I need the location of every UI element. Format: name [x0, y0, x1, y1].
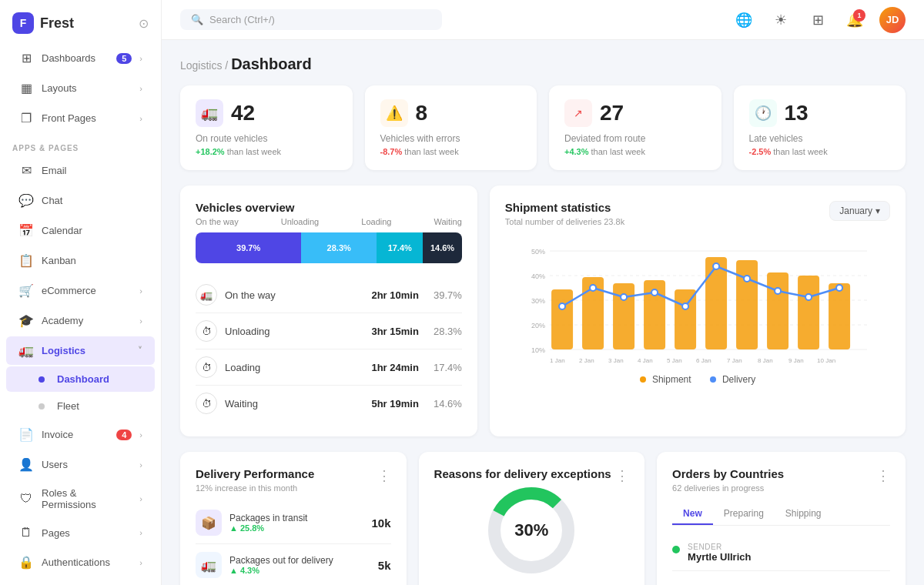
tab-new[interactable]: New — [672, 503, 713, 525]
sidebar-item-users[interactable]: 👤 Users › — [6, 450, 155, 479]
tab-shipping[interactable]: Shipping — [775, 503, 832, 525]
order-row: SENDER Myrtle Ullrich — [672, 535, 890, 571]
sidebar-item-auth[interactable]: 🔒 Authentications › — [6, 548, 155, 577]
sidebar-label: Academy — [42, 315, 132, 326]
svg-text:2 Jan: 2 Jan — [579, 357, 594, 364]
more-options-icon[interactable]: ⋮ — [876, 467, 890, 484]
label-waiting: Waiting — [434, 217, 462, 226]
sidebar-item-dashboard-sub[interactable]: Dashboard — [6, 366, 155, 392]
dp-label: Packages in transit ▲ 25.8% — [229, 513, 372, 533]
chevron-icon: › — [139, 316, 142, 326]
chevron-icon: › — [139, 286, 142, 296]
change-text: than last week — [227, 147, 281, 156]
sidebar-label: Dashboard — [57, 373, 142, 385]
sidebar-label: Invoice — [42, 429, 109, 440]
orders-tabs: New Preparing Shipping — [672, 503, 890, 526]
inactive-dot — [38, 403, 45, 410]
month-selector[interactable]: January ▾ — [829, 201, 890, 221]
svg-text:5 Jan: 5 Jan — [667, 357, 682, 364]
transit-icon-box: 📦 — [196, 510, 222, 536]
sidebar-item-academy[interactable]: 🎓 Academy › — [6, 306, 155, 335]
shipment-dot — [640, 376, 646, 383]
sidebar-item-front-pages[interactable]: ❐ Front Pages › — [6, 104, 155, 132]
late-label: Late vehicles — [749, 133, 891, 144]
svg-point-22 — [621, 294, 627, 300]
chevron-icon: › — [139, 558, 142, 567]
dp-title-group: Delivery Performance 12% increase in thi… — [196, 467, 314, 502]
sidebar-item-layouts[interactable]: ▦ Layouts › — [6, 74, 155, 102]
sidebar-item-email[interactable]: ✉ Email — [6, 156, 155, 185]
month-label: January — [839, 206, 872, 216]
svg-rect-10 — [551, 289, 573, 349]
veh-pct: 14.6% — [431, 398, 462, 410]
chevron-icon: › — [139, 84, 142, 93]
late-icon-box: 🕐 — [749, 99, 777, 127]
search-box[interactable]: 🔍 Search (Ctrl+/) — [180, 9, 442, 30]
veh-name: Loading — [225, 362, 371, 373]
invoice-icon: 📄 — [18, 427, 34, 442]
chevron-icon: ˅ — [138, 346, 142, 356]
delivery-icon-box: 🚛 — [196, 552, 222, 578]
logo-icon: F — [12, 12, 34, 34]
more-options-icon[interactable]: ⋮ — [377, 467, 391, 484]
svg-rect-18 — [798, 276, 819, 349]
change-value: -8.7% — [380, 147, 403, 156]
chart-legend: Shipment Delivery — [505, 374, 890, 385]
sidebar-label: Users — [42, 459, 132, 470]
segment-unloading: 28.3% — [301, 232, 377, 263]
sidebar-label: Pages — [42, 527, 132, 539]
veh-time: 5hr 19min — [371, 398, 418, 410]
transit-change: ▲ 25.8% — [229, 523, 372, 533]
change-value: +18.2% — [196, 147, 225, 156]
sidebar-label: Chat — [42, 195, 142, 206]
dashboards-badge: 5 — [116, 53, 132, 64]
pages-icon: 🗒 — [18, 526, 34, 540]
svg-rect-14 — [675, 289, 696, 349]
order-details: SENDER Myrtle Ullrich — [688, 543, 751, 563]
sidebar-item-logistics[interactable]: 🚛 Logistics ˅ — [6, 336, 155, 365]
deviated-number: 27 — [600, 101, 624, 125]
tab-preparing[interactable]: Preparing — [713, 503, 775, 525]
sidebar-item-pages[interactable]: 🗒 Pages › — [6, 519, 155, 547]
sidebar-item-roles[interactable]: 🛡 Roles & Permissions › — [6, 480, 155, 517]
avatar[interactable]: JD — [879, 7, 906, 33]
chevron-icon: › — [139, 114, 142, 123]
apps-grid-icon[interactable]: ⊞ — [805, 8, 830, 32]
svg-text:20%: 20% — [531, 322, 545, 329]
change-value: +4.3% — [564, 147, 589, 156]
segment-on-way: 39.7% — [196, 232, 301, 263]
truck-icon: 🚛 — [196, 284, 217, 306]
progress-bar: 39.7% 28.3% 17.4% 14.6% — [196, 232, 462, 263]
sidebar-label: Roles & Permissions — [42, 487, 132, 510]
vehicles-labels: On the way Unloading Loading Waiting — [196, 217, 462, 226]
pin-icon[interactable]: ⊙ — [139, 16, 149, 31]
on-route-number: 42 — [231, 101, 255, 125]
svg-point-24 — [682, 303, 688, 309]
chevron-icon: › — [139, 430, 142, 440]
sidebar-item-invoice[interactable]: 📄 Invoice 4 › — [6, 420, 155, 449]
change-text: than last week — [591, 147, 645, 156]
dp-title: Delivery Performance — [196, 467, 314, 480]
more-options-icon[interactable]: ⋮ — [615, 467, 629, 484]
shipment-chart: 50% 40% 30% 20% 10% — [505, 243, 890, 366]
sidebar-item-chat[interactable]: 💬 Chat — [6, 186, 155, 215]
sidebar-item-calendar[interactable]: 📅 Calendar — [6, 216, 155, 245]
svg-text:3 Jan: 3 Jan — [608, 357, 624, 364]
svg-text:10 Jan: 10 Jan — [817, 357, 835, 364]
sidebar-item-dashboards[interactable]: ⊞ Dashboards 5 › — [6, 44, 155, 72]
veh-row-waiting: ⏱ Waiting 5hr 19min 14.6% — [196, 386, 462, 421]
sidebar-item-kanban[interactable]: 📋 Kanban — [6, 246, 155, 275]
orders-countries-card: Orders by Countries 62 deliveries in pro… — [657, 452, 906, 585]
sidebar-item-ecommerce[interactable]: 🛒 eCommerce › — [6, 276, 155, 305]
theme-icon[interactable]: ☀ — [768, 8, 793, 32]
errors-change: -8.7% than last week — [380, 147, 522, 156]
vehicles-overview-title: Vehicles overview — [196, 201, 462, 214]
sidebar-item-fleet-sub[interactable]: Fleet — [6, 393, 155, 419]
veh-pct: 28.3% — [431, 326, 462, 337]
globe-icon[interactable]: 🌐 — [732, 8, 756, 32]
orders-subtitle: 62 deliveries in progress — [672, 483, 784, 493]
sidebar-label: Logistics — [42, 345, 130, 356]
errors-icon-box: ⚠️ — [380, 99, 408, 127]
sidebar-item-wizard[interactable]: ✨ Wizard Examples › — [6, 578, 155, 585]
notifications-icon[interactable]: 🔔 1 — [842, 8, 867, 32]
